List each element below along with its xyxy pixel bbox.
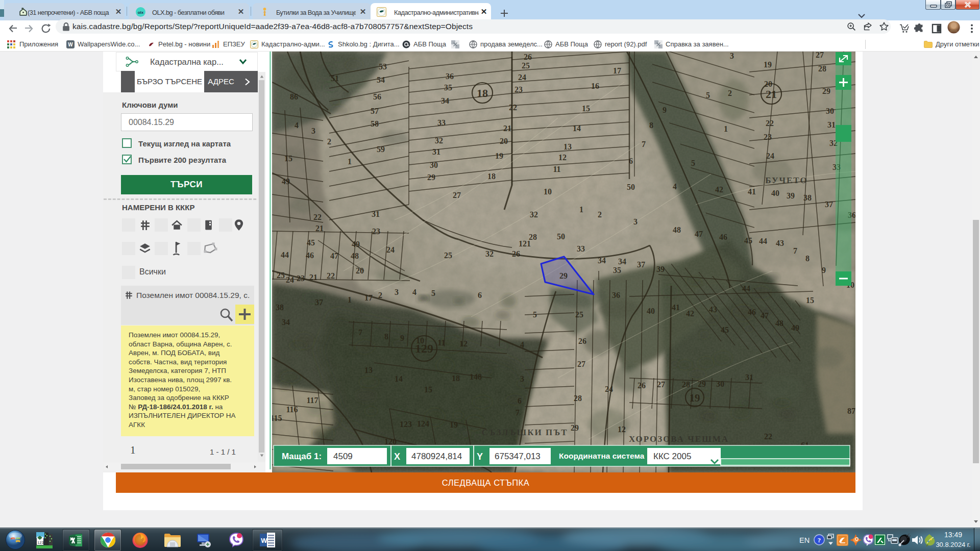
svg-text:3: 3 — [520, 374, 524, 383]
svg-text:34: 34 — [282, 318, 290, 327]
svg-text:3: 3 — [311, 127, 315, 135]
svg-text:olx: olx — [138, 10, 144, 15]
svg-text:59: 59 — [377, 145, 385, 154]
svg-text:12: 12 — [558, 153, 567, 162]
svg-text:8: 8 — [805, 254, 810, 263]
svg-text:19: 19 — [450, 420, 458, 429]
svg-text:34: 34 — [618, 257, 626, 266]
svg-text:12: 12 — [618, 425, 626, 434]
svg-text:34: 34 — [441, 96, 449, 105]
svg-text:1: 1 — [724, 124, 728, 133]
svg-text:23: 23 — [297, 274, 305, 283]
svg-text:Y: Y — [477, 452, 483, 462]
svg-text:17: 17 — [364, 293, 373, 302]
svg-text:121: 121 — [519, 239, 531, 248]
svg-text:21: 21 — [766, 88, 777, 101]
svg-text:30: 30 — [826, 107, 834, 115]
svg-text:15: 15 — [424, 385, 432, 394]
svg-text:3: 3 — [633, 217, 638, 226]
svg-text:3: 3 — [730, 52, 734, 60]
svg-text:56: 56 — [373, 92, 381, 101]
svg-text:39: 39 — [787, 191, 795, 200]
svg-text:33: 33 — [437, 118, 446, 127]
svg-text:6: 6 — [629, 157, 633, 165]
svg-text:29: 29 — [698, 380, 706, 388]
svg-text:10: 10 — [544, 187, 552, 196]
svg-text:W: W — [68, 42, 73, 47]
svg-text:39: 39 — [656, 265, 665, 273]
svg-text:5: 5 — [691, 159, 695, 167]
svg-text:27: 27 — [453, 191, 461, 199]
svg-text:148: 148 — [470, 372, 482, 381]
svg-text:87: 87 — [847, 407, 855, 415]
svg-text:43: 43 — [709, 305, 717, 314]
svg-text:?: ? — [818, 536, 821, 544]
svg-text:124: 124 — [417, 419, 429, 428]
svg-text:2: 2 — [598, 210, 602, 219]
svg-text:44: 44 — [759, 237, 767, 245]
svg-text:28: 28 — [682, 380, 690, 389]
svg-text:7: 7 — [793, 246, 797, 255]
svg-text:4780924,814: 4780924,814 — [411, 452, 462, 461]
svg-text:28: 28 — [574, 394, 582, 403]
svg-text:18: 18 — [477, 87, 488, 99]
svg-text:11: 11 — [553, 165, 560, 173]
svg-text:23: 23 — [764, 133, 772, 141]
svg-text:26: 26 — [524, 53, 532, 61]
svg-text:49: 49 — [282, 177, 290, 186]
svg-text:48: 48 — [351, 252, 359, 260]
svg-text:9: 9 — [663, 106, 667, 114]
svg-text:48: 48 — [775, 319, 783, 328]
svg-text:13: 13 — [564, 142, 572, 151]
svg-text:40: 40 — [771, 189, 779, 197]
svg-text:19: 19 — [495, 152, 503, 160]
svg-text:26: 26 — [512, 249, 520, 258]
svg-text:117: 117 — [306, 396, 318, 405]
svg-text:4509: 4509 — [333, 452, 353, 461]
svg-text:15: 15 — [284, 154, 292, 163]
svg-text:7: 7 — [516, 408, 520, 417]
svg-text:2: 2 — [378, 291, 382, 299]
svg-text:31: 31 — [745, 373, 753, 382]
svg-text:32: 32 — [530, 210, 538, 219]
svg-text:51: 51 — [331, 74, 339, 83]
svg-text:13: 13 — [364, 366, 373, 374]
svg-text:129: 129 — [415, 342, 433, 355]
svg-text:50: 50 — [627, 183, 635, 191]
svg-text:16: 16 — [591, 82, 599, 90]
svg-text:6: 6 — [478, 291, 482, 299]
svg-text:28: 28 — [818, 64, 826, 73]
svg-text:47: 47 — [695, 230, 703, 238]
svg-text:26: 26 — [578, 337, 586, 345]
svg-text:29: 29 — [822, 87, 830, 95]
svg-text:38: 38 — [803, 193, 812, 202]
svg-text:22: 22 — [509, 103, 517, 112]
svg-text:5: 5 — [533, 310, 537, 319]
svg-text:37: 37 — [315, 298, 323, 307]
svg-text:44: 44 — [742, 284, 750, 293]
svg-text:11: 11 — [437, 338, 445, 347]
svg-text:8: 8 — [384, 332, 388, 341]
svg-text:42: 42 — [686, 309, 694, 318]
svg-text:31: 31 — [827, 120, 836, 129]
svg-text:53: 53 — [379, 62, 387, 71]
svg-text:44: 44 — [281, 251, 289, 259]
svg-text:7: 7 — [642, 140, 646, 148]
svg-text:32: 32 — [485, 249, 494, 258]
svg-text:45: 45 — [721, 325, 729, 334]
svg-text:4: 4 — [412, 288, 416, 296]
svg-text:Координатна система: Координатна система — [559, 452, 645, 460]
svg-text:4: 4 — [520, 340, 524, 349]
svg-text:X: X — [394, 452, 400, 462]
svg-text:22: 22 — [327, 271, 335, 280]
svg-text:24: 24 — [286, 276, 294, 284]
svg-text:20: 20 — [356, 266, 364, 275]
svg-text:22: 22 — [764, 432, 772, 441]
svg-text:31: 31 — [372, 210, 380, 218]
svg-text:37: 37 — [637, 260, 645, 269]
svg-text:47: 47 — [330, 252, 338, 260]
svg-text:21: 21 — [315, 224, 324, 233]
svg-text:1: 1 — [348, 295, 352, 304]
svg-text:24: 24 — [386, 245, 395, 254]
svg-text:19: 19 — [764, 60, 772, 69]
